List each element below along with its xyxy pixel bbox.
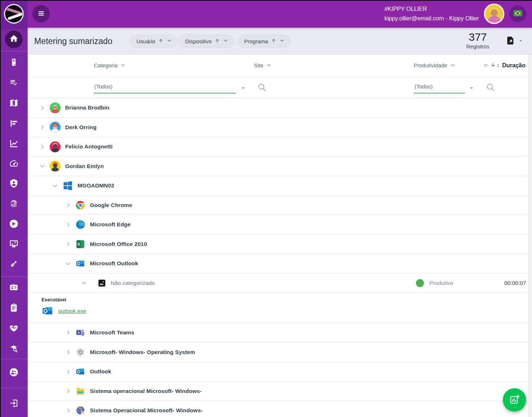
column-duracao: 1 Duração bbox=[483, 55, 525, 76]
app-logo[interactable] bbox=[0, 0, 28, 28]
tree-row-user[interactable]: Derk Orring bbox=[28, 118, 528, 138]
sidebar-item-logout[interactable] bbox=[5, 395, 23, 413]
sidebar-item-fingerprint[interactable] bbox=[5, 196, 23, 213]
sidebar-item-usb-connection[interactable] bbox=[5, 256, 23, 273]
tree-row-device[interactable]: MGOADMN02 bbox=[28, 176, 528, 196]
chevron-right-icon[interactable] bbox=[63, 200, 73, 210]
sidebar-item-map[interactable] bbox=[5, 95, 23, 112]
row-label: Derk Orring bbox=[65, 124, 96, 131]
heart-pulse-icon bbox=[9, 323, 19, 334]
chevron-right-icon[interactable] bbox=[63, 406, 73, 415]
produtividade-filter-select[interactable]: (Todos) bbox=[414, 81, 465, 94]
outlook-icon bbox=[75, 366, 86, 377]
chevron-right-icon[interactable] bbox=[37, 123, 47, 132]
fingerprint-icon bbox=[9, 199, 19, 210]
audit-search-icon bbox=[9, 344, 19, 355]
sidebar-item-clipboard[interactable] bbox=[5, 300, 23, 317]
row-label: Microsoft Outlook bbox=[90, 260, 138, 267]
chevron-down-icon[interactable] bbox=[63, 259, 73, 268]
search-icon bbox=[257, 88, 267, 93]
teams-icon: T bbox=[75, 327, 86, 338]
group-chip-programa[interactable]: Programa bbox=[237, 35, 290, 48]
column-site: Site bbox=[254, 55, 272, 76]
filter-icon[interactable] bbox=[483, 62, 489, 69]
tree-row-program[interactable]: Microsoft Edge bbox=[28, 215, 528, 235]
language-flag-button[interactable] bbox=[509, 5, 526, 22]
chevron-right-icon[interactable] bbox=[63, 239, 73, 249]
executable-link[interactable]: outlook.exe bbox=[58, 308, 86, 314]
palette-icon bbox=[75, 405, 86, 416]
chevron-right-icon[interactable] bbox=[63, 348, 73, 357]
sidebar-item-user-group[interactable] bbox=[5, 364, 23, 382]
add-report-fab[interactable] bbox=[503, 388, 526, 412]
chevron-right-icon[interactable] bbox=[63, 367, 73, 376]
tree-row-program[interactable]: TMicrosoft Teams bbox=[28, 323, 528, 343]
tree-row-program[interactable]: Sistema operacional Microsoft- Windows- bbox=[28, 382, 528, 401]
sort-order-badge: 1 bbox=[497, 63, 499, 68]
group-chip-dispositivo[interactable]: Dispositivo bbox=[178, 35, 234, 48]
top-bar: #KIPPY OLLIER kippy.ollier@email.com - K… bbox=[0, 0, 532, 28]
records-count: 377 Registros bbox=[456, 31, 500, 49]
sidebar-item-shield-user[interactable] bbox=[5, 175, 23, 193]
chevron-right-icon[interactable] bbox=[37, 142, 47, 151]
chevron-right-icon[interactable] bbox=[63, 220, 73, 229]
chevron-down-icon[interactable] bbox=[37, 162, 47, 171]
export-button[interactable] bbox=[505, 36, 523, 47]
table-filter-row: (Todos) (Todos) bbox=[28, 76, 528, 98]
categoria-filter-select[interactable]: (Todos) bbox=[94, 81, 236, 94]
tree-row-user[interactable]: Felicio Antognetti bbox=[28, 137, 528, 157]
tree-row-program[interactable]: Microsoft- Windows- Operating System bbox=[28, 343, 528, 362]
row-label: Não categorizado bbox=[111, 280, 155, 286]
menu-button[interactable] bbox=[32, 5, 50, 23]
tasks-check-icon bbox=[9, 78, 19, 89]
tree-row-user[interactable]: Brianna Brodbin bbox=[28, 98, 528, 118]
user-avatar[interactable] bbox=[484, 4, 504, 24]
sidebar-item-gauge[interactable] bbox=[5, 155, 23, 173]
duracao-search-button[interactable] bbox=[485, 82, 495, 92]
group-chip-usuario[interactable]: Usuário bbox=[130, 35, 178, 48]
chevron-down-icon[interactable] bbox=[50, 181, 60, 190]
sort-down-icon[interactable] bbox=[490, 62, 496, 69]
user-info: #KIPPY OLLIER kippy.ollier@email.com - K… bbox=[384, 4, 479, 23]
row-label: Felicio Antognetti bbox=[65, 143, 112, 150]
sidebar-item-tasks-check[interactable] bbox=[5, 75, 23, 92]
filter-icon[interactable] bbox=[449, 62, 456, 69]
sidebar-divider bbox=[0, 277, 28, 277]
chevron-down-icon[interactable] bbox=[79, 278, 88, 288]
productivity-cell: Produtivo bbox=[416, 279, 453, 287]
tree-row-program[interactable]: Google Chrome bbox=[28, 196, 528, 215]
row-label: Sistema Operacional Microsoft- Windows- bbox=[90, 407, 203, 414]
chevron-right-icon[interactable] bbox=[63, 328, 73, 337]
sidebar-item-audit-search[interactable] bbox=[5, 341, 23, 358]
folder-icon bbox=[75, 386, 86, 396]
filter-icon bbox=[223, 38, 229, 45]
user-avatar bbox=[49, 141, 61, 152]
sort-up-icon bbox=[271, 38, 277, 45]
filter-icon[interactable] bbox=[120, 62, 126, 69]
tree-row-category[interactable]: Não categorizadoProdutivo00:00:07 bbox=[28, 274, 528, 293]
column-categoria: Categoria bbox=[94, 55, 126, 76]
tree-row-program[interactable]: XMicrosoft Office 2010 bbox=[28, 235, 528, 254]
chip-label: Dispositivo bbox=[185, 38, 212, 44]
user-avatar bbox=[49, 122, 61, 133]
sidebar-item-device[interactable] bbox=[5, 54, 23, 72]
site-search-button[interactable] bbox=[257, 82, 267, 92]
chevron-right-icon[interactable] bbox=[63, 386, 73, 396]
sidebar-item-line-chart[interactable] bbox=[5, 135, 23, 153]
sidebar-item-send[interactable] bbox=[5, 216, 23, 233]
tree-row-program[interactable]: Outlook bbox=[28, 362, 528, 382]
sidebar-item-id-card[interactable] bbox=[5, 279, 23, 297]
sidebar-item-bar-chart[interactable] bbox=[5, 115, 23, 133]
filter-icon bbox=[279, 38, 285, 45]
tree-row-program[interactable]: Microsoft Outlook bbox=[28, 254, 528, 274]
sidebar-item-heart-pulse[interactable] bbox=[5, 320, 23, 338]
row-label: Outlook bbox=[90, 368, 111, 375]
filter-icon[interactable] bbox=[266, 62, 272, 69]
scrollbar[interactable] bbox=[528, 55, 532, 417]
sidebar-item-remote-desktop[interactable] bbox=[5, 236, 23, 253]
tree-row-program[interactable]: Sistema Operacional Microsoft- Windows- bbox=[28, 401, 528, 417]
row-label: Microsoft Edge bbox=[90, 221, 131, 228]
tree-row-user[interactable]: Gordan Emlyn bbox=[28, 157, 528, 176]
chevron-right-icon[interactable] bbox=[37, 103, 47, 112]
sidebar-item-home[interactable] bbox=[5, 31, 23, 48]
